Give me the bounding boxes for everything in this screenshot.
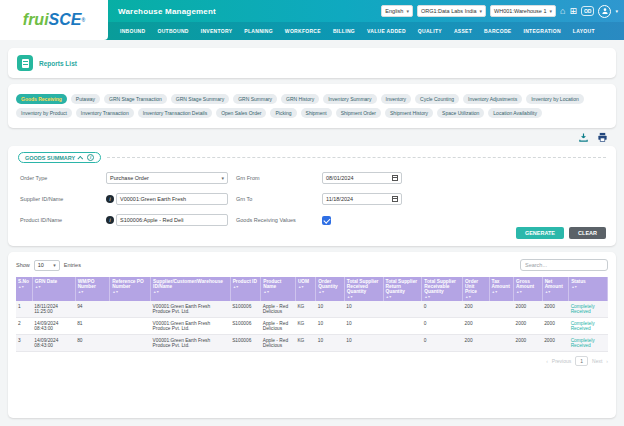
- clear-button[interactable]: CLEAR: [569, 227, 606, 239]
- tab-open-sales-order[interactable]: Open Sales Order: [216, 108, 266, 118]
- sort-icon[interactable]: ▲▼: [545, 290, 567, 294]
- nav-item-outbound[interactable]: OUTBOUND: [157, 28, 188, 34]
- tab-inventory[interactable]: Inventory: [381, 94, 412, 104]
- column-order-unit-price[interactable]: Order Unit Price▲▼: [463, 277, 490, 301]
- column-status[interactable]: Status▲▼: [569, 277, 608, 301]
- tab-grn-history[interactable]: GRN History: [281, 94, 319, 104]
- language-select[interactable]: English ▾: [381, 5, 413, 17]
- tab-inventory-by-location[interactable]: Inventory by Location: [526, 94, 584, 104]
- column-supplier-customer-warehouse-id-name[interactable]: Supplier/Customer/Warehouse ID/Name▲▼: [151, 277, 231, 301]
- home-icon[interactable]: ⌂: [560, 7, 565, 16]
- supplier-input[interactable]: V00001:Green Earth Fresh: [116, 193, 228, 205]
- pagination-page-1[interactable]: 1: [575, 356, 588, 366]
- pagination-previous[interactable]: Previous: [552, 358, 571, 364]
- sort-icon[interactable]: ▲▼: [298, 285, 313, 289]
- tab-picking[interactable]: Picking: [270, 108, 296, 118]
- sort-icon[interactable]: ▲▼: [424, 295, 460, 299]
- chevron-up-icon[interactable]: [78, 155, 84, 161]
- brand-logo[interactable]: fruiSCE®: [0, 0, 108, 40]
- column-wm-po-number[interactable]: WM/PO Number▲▼: [75, 277, 110, 301]
- sort-icon[interactable]: ▲▼: [153, 290, 228, 294]
- tab-inventory-adjustments[interactable]: Inventory Adjustments: [463, 94, 522, 104]
- sort-icon[interactable]: ▲▼: [465, 295, 487, 299]
- tab-inventory-summary[interactable]: Inventory Summary: [323, 94, 376, 104]
- nav-item-asset[interactable]: ASSET: [454, 28, 472, 34]
- info-icon[interactable]: i: [87, 154, 94, 161]
- sort-icon[interactable]: ▲▼: [571, 285, 605, 289]
- tab-space-utilization[interactable]: Space Utilization: [437, 108, 484, 118]
- tab-shipment-order[interactable]: Shipment Order: [336, 108, 381, 118]
- column-total-supplier-return-quantity[interactable]: Total Supplier Return Quantity▲▼: [383, 277, 422, 301]
- sort-icon[interactable]: ▲▼: [386, 295, 420, 299]
- search-input[interactable]: [520, 259, 608, 271]
- info-icon[interactable]: i: [106, 195, 114, 203]
- column-total-supplier-receivable-quantity[interactable]: Total Supplier Receivable Quantity▲▼: [422, 277, 463, 301]
- column-label: Supplier/Customer/Warehouse ID/Name: [153, 279, 223, 289]
- nav-item-planning[interactable]: PLANNING: [244, 28, 273, 34]
- sort-icon[interactable]: ▲▼: [112, 290, 148, 294]
- sort-icon[interactable]: ▲▼: [318, 290, 342, 294]
- sort-icon[interactable]: ▲▼: [347, 295, 381, 299]
- tab-grn-summary[interactable]: GRN Summary: [233, 94, 277, 104]
- column-tax-amount[interactable]: Tax Amount▲▼: [489, 277, 513, 301]
- product-input[interactable]: S100006:Apple - Red Deli: [116, 214, 228, 226]
- organization-select[interactable]: ORG1:Data Labs India ▾: [417, 5, 486, 17]
- nav-item-billing[interactable]: BILLING: [333, 28, 355, 34]
- column-product-name[interactable]: Product Name▲▼: [261, 277, 296, 301]
- tab-putaway[interactable]: Putaway: [71, 94, 100, 104]
- apps-grid-icon[interactable]: ⊞: [569, 7, 577, 16]
- column-uom[interactable]: UOM▲▼: [295, 277, 315, 301]
- nav-item-integration[interactable]: INTEGRATION: [523, 28, 560, 34]
- nav-item-inventory[interactable]: INVENTORY: [201, 28, 233, 34]
- tab-cycle-counting[interactable]: Cycle Counting: [415, 94, 459, 104]
- nav-item-quality[interactable]: QUALITY: [418, 28, 442, 34]
- print-icon[interactable]: [597, 132, 608, 143]
- column-total-supplier-received-quantity[interactable]: Total Supplier Received Quantity▲▼: [344, 277, 383, 301]
- reports-list-icon[interactable]: [17, 55, 33, 71]
- info-icon[interactable]: i: [106, 216, 114, 224]
- tab-inventory-transaction-details[interactable]: Inventory Transaction Details: [138, 108, 212, 118]
- sort-icon[interactable]: ▲▼: [516, 290, 540, 294]
- show-entries-select[interactable]: 10 ▾: [34, 260, 60, 271]
- tab-inventory-transaction[interactable]: Inventory Transaction: [76, 108, 134, 118]
- grn-to-input[interactable]: 11/18/2024: [322, 193, 402, 205]
- nav-item-inbound[interactable]: INBOUND: [120, 28, 145, 34]
- sort-icon[interactable]: ▲▼: [233, 285, 259, 289]
- order-type-select[interactable]: Purchase Order ▾: [106, 172, 228, 184]
- pagination-next-arrow[interactable]: ›: [606, 358, 608, 364]
- profile-icon[interactable]: [598, 5, 611, 18]
- sort-icon[interactable]: ▲▼: [35, 285, 73, 289]
- nav-item-value-added[interactable]: VALUE ADDED: [367, 28, 406, 34]
- chevron-down-icon[interactable]: ▾: [615, 8, 618, 14]
- nav-item-barcode[interactable]: BARCODE: [484, 28, 511, 34]
- tab-shipment-history[interactable]: Shipment History: [385, 108, 433, 118]
- sort-icon[interactable]: ▲▼: [78, 290, 108, 294]
- download-icon[interactable]: [578, 132, 589, 143]
- sort-icon[interactable]: ▲▼: [492, 290, 511, 294]
- pagination-prev-arrow[interactable]: ‹: [546, 358, 548, 364]
- nav-item-layout[interactable]: LAYOUT: [573, 28, 595, 34]
- od-badge[interactable]: OD: [581, 6, 595, 16]
- column-net-amount[interactable]: Net Amount▲▼: [542, 277, 569, 301]
- goods-receiving-values-checkbox[interactable]: [322, 216, 331, 225]
- column-grn-date[interactable]: GRN Date▲▼: [32, 277, 75, 301]
- sort-icon[interactable]: ▲▼: [263, 290, 293, 294]
- tab-grn-stage-transaction[interactable]: GRN Stage Transaction: [104, 94, 167, 104]
- column-product-id[interactable]: Product ID▲▼: [230, 277, 261, 301]
- tab-shipment[interactable]: Shipment: [301, 108, 332, 118]
- grn-from-input[interactable]: 08/01/2024: [322, 172, 402, 184]
- sort-icon[interactable]: ▲▼: [18, 285, 30, 289]
- warehouse-select[interactable]: WH001:Warehouse 1 ▾: [490, 5, 556, 17]
- tab-grn-stage-summary[interactable]: GRN Stage Summary: [171, 94, 229, 104]
- tab-inventory-by-product[interactable]: Inventory by Product: [16, 108, 72, 118]
- column-s-no[interactable]: S.No▲▼: [16, 277, 32, 301]
- column-order-quantity[interactable]: Order Quantity▲▼: [316, 277, 345, 301]
- column-reference-po-number[interactable]: Reference PO Number▲▼: [110, 277, 151, 301]
- column-gross-amount[interactable]: Gross Amount▲▼: [514, 277, 543, 301]
- tab-location-availability[interactable]: Location Availability: [488, 108, 542, 118]
- reports-list-label[interactable]: Reports List: [39, 60, 77, 67]
- tab-goods-receiving[interactable]: Goods Receiving: [16, 94, 67, 104]
- nav-item-workforce[interactable]: WORKFORCE: [285, 28, 321, 34]
- pagination-next[interactable]: Next: [592, 358, 602, 364]
- generate-button[interactable]: GENERATE: [516, 227, 564, 239]
